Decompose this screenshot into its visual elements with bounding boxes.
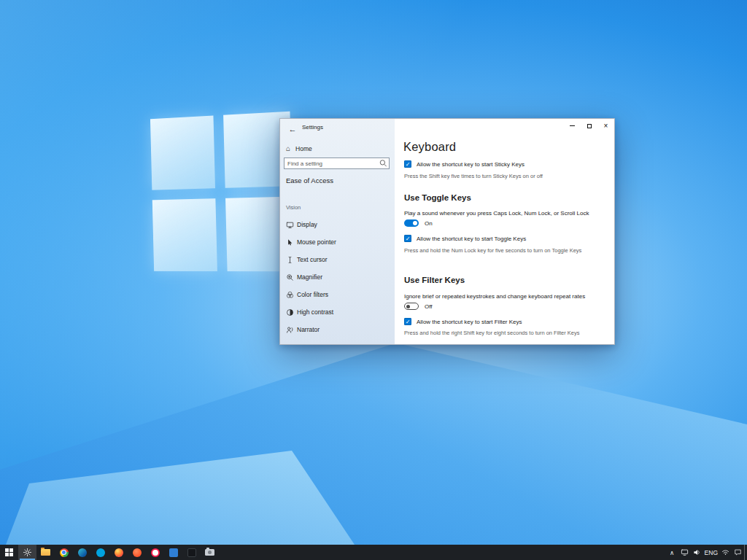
monitor-icon — [681, 548, 689, 556]
windows-wallpaper-logo — [150, 112, 294, 272]
sidebar-item-high-contrast[interactable]: High contrast — [280, 303, 395, 321]
filter-keys-switch[interactable] — [404, 303, 419, 310]
show-desktop-button[interactable] — [744, 545, 747, 560]
start-button[interactable] — [0, 545, 18, 560]
back-arrow-icon: ← — [289, 125, 297, 133]
tray-notification-button[interactable] — [732, 545, 744, 560]
taskbar-item-camera[interactable] — [201, 545, 219, 560]
logo-pane — [152, 198, 217, 271]
sidebar-item-mouse-pointer[interactable]: Mouse pointer — [280, 233, 395, 251]
sidebar-item-label: Color filters — [297, 291, 328, 298]
taskbar-item-vscode[interactable] — [164, 545, 182, 560]
desktop: ⌂ Home Ease of Access Vision Display — [0, 0, 747, 560]
taskbar-item-edge[interactable] — [73, 545, 91, 560]
sidebar-item-label: High contrast — [297, 308, 333, 316]
vscode-icon — [169, 548, 178, 557]
toggle-keys-shortcut-checkbox-row[interactable]: ✓ Allow the shortcut key to start Toggle… — [404, 235, 526, 242]
settings-window: ⌂ Home Ease of Access Vision Display — [279, 118, 615, 345]
sticky-keys-checkbox-label: Allow the shortcut key to start Sticky K… — [417, 161, 525, 168]
filter-keys-setting-label: Ignore brief or repeated keystrokes and … — [404, 293, 585, 300]
edge-icon — [78, 548, 87, 557]
speaker-icon — [693, 548, 701, 556]
filter-keys-description: Press and hold the right Shift key for e… — [404, 329, 580, 337]
window-title: Settings — [302, 124, 323, 131]
sticky-keys-description: Press the Shift key five times to turn S… — [404, 172, 543, 180]
toggle-keys-switch[interactable] — [404, 219, 419, 227]
sidebar-item-label: Mouse pointer — [297, 238, 336, 246]
taskbar-item-brave[interactable] — [128, 545, 146, 560]
taskbar-item-firefox[interactable] — [109, 545, 128, 560]
filter-keys-shortcut-checkbox-row[interactable]: ✓ Allow the shortcut key to start Filter… — [404, 318, 522, 325]
logo-pane — [150, 115, 215, 190]
toggle-keys-setting-label: Play a sound whenever you press Caps Loc… — [404, 210, 589, 217]
narrator-icon — [286, 326, 294, 334]
taskbar-item-opera[interactable] — [146, 545, 164, 560]
tray-network-button[interactable] — [719, 545, 732, 560]
close-button[interactable]: × — [597, 119, 614, 133]
window-controls: × — [564, 119, 614, 133]
sidebar-item-magnifier[interactable]: Magnifier — [280, 268, 395, 286]
minimize-button[interactable] — [564, 119, 581, 133]
camera-icon — [205, 549, 214, 556]
search-input[interactable] — [285, 160, 378, 167]
taskbar-item-settings[interactable] — [18, 545, 36, 560]
close-icon: × — [604, 122, 608, 130]
settings-search-box[interactable] — [284, 158, 390, 169]
text-cursor-icon — [286, 256, 294, 264]
firefox-icon — [115, 548, 123, 557]
language-label: ENG — [705, 549, 718, 556]
brave-icon — [133, 548, 142, 557]
tray-overflow-button[interactable]: ∧ — [666, 545, 678, 560]
system-tray: ∧ ENG — [666, 545, 747, 560]
taskbar-apps — [0, 545, 219, 560]
sidebar-item-label: Text cursor — [297, 256, 328, 263]
checkbox-checked-icon[interactable]: ✓ — [404, 160, 411, 168]
wifi-icon — [721, 548, 729, 556]
checkbox-checked-icon[interactable]: ✓ — [404, 235, 411, 242]
sidebar-item-text-cursor[interactable]: Text cursor — [280, 251, 395, 268]
toggle-keys-description: Press and hold the Num Lock key for five… — [404, 246, 587, 254]
notification-center-icon — [734, 548, 742, 556]
checkbox-checked-icon[interactable]: ✓ — [404, 318, 411, 325]
maximize-button[interactable] — [581, 119, 597, 133]
settings-sidebar: ⌂ Home Ease of Access Vision Display — [280, 119, 395, 344]
taskbar-item-file-explorer[interactable] — [36, 545, 55, 560]
toggle-keys-state-label: On — [425, 220, 433, 227]
taskbar-item-terminal[interactable] — [182, 545, 201, 560]
taskbar-item-chrome[interactable] — [55, 545, 73, 560]
taskbar-item-skype[interactable] — [91, 545, 109, 560]
opera-icon — [151, 548, 160, 557]
skype-icon — [96, 548, 105, 557]
back-button[interactable]: ← — [285, 122, 301, 136]
magnifier-icon — [286, 273, 294, 281]
chevron-up-icon: ∧ — [670, 549, 674, 556]
filter-keys-switch-row: Off — [404, 303, 433, 310]
minimize-icon — [570, 125, 575, 126]
toggle-keys-heading: Use Toggle Keys — [404, 193, 471, 202]
sidebar-item-narrator[interactable]: Narrator — [280, 321, 395, 338]
home-icon: ⌂ — [286, 145, 290, 152]
filter-keys-state-label: Off — [425, 303, 433, 310]
nav-group-label: Vision — [286, 204, 301, 211]
sidebar-item-display[interactable]: Display — [280, 216, 395, 233]
sidebar-nav: Display Mouse pointer Text cursor Magnif… — [280, 216, 395, 338]
high-contrast-icon — [286, 308, 294, 316]
file-explorer-icon — [41, 549, 50, 556]
sidebar-item-label: Display — [297, 221, 317, 228]
toggle-knob — [413, 221, 417, 225]
toggle-keys-checkbox-label: Allow the shortcut key to start Toggle K… — [417, 236, 526, 242]
color-filters-icon — [286, 291, 294, 299]
sidebar-item-label: Narrator — [297, 326, 320, 333]
sidebar-item-color-filters[interactable]: Color filters — [280, 286, 395, 303]
sidebar-item-home[interactable]: ⌂ Home — [280, 141, 395, 156]
tray-display-button[interactable] — [678, 545, 691, 560]
tray-language-button[interactable]: ENG — [703, 545, 719, 560]
windows-logo-icon — [5, 548, 13, 556]
tray-volume-button[interactable] — [691, 545, 703, 560]
category-title: Ease of Access — [286, 176, 333, 184]
taskbar: ∧ ENG — [0, 545, 747, 560]
mouse-pointer-icon — [286, 238, 294, 246]
filter-keys-checkbox-label: Allow the shortcut key to start Filter K… — [417, 319, 522, 325]
filter-keys-heading: Use Filter Keys — [404, 276, 465, 284]
sticky-keys-shortcut-checkbox-row[interactable]: ✓ Allow the shortcut key to start Sticky… — [404, 160, 525, 168]
